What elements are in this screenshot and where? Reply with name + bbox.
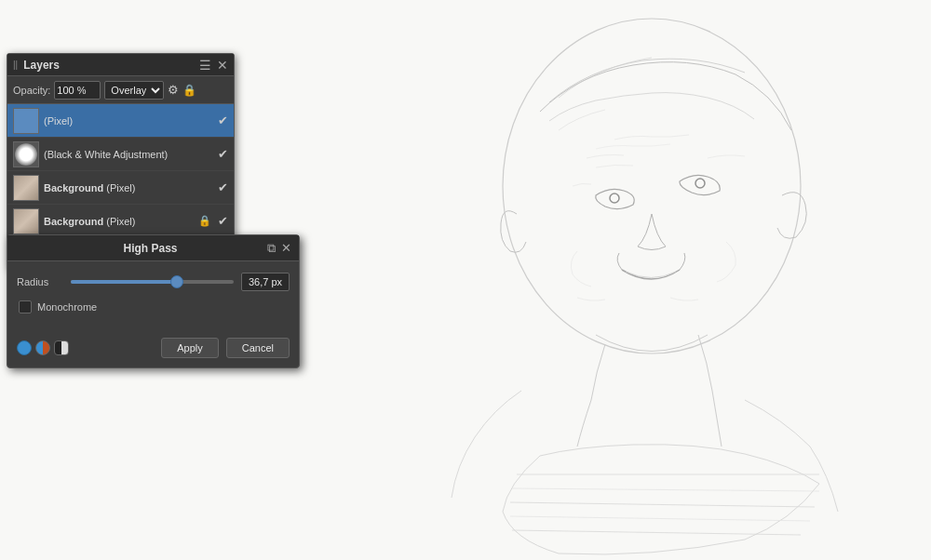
panel-menu-icon[interactable]: ☰ bbox=[199, 58, 211, 73]
layer-lock-icon[interactable]: 🔒 bbox=[182, 84, 196, 97]
layer-row[interactable]: (Pixel) ✔ bbox=[7, 104, 234, 138]
layer-row[interactable]: Background (Pixel) 🔒 ✔ bbox=[7, 205, 234, 238]
layer-visibility-check[interactable]: ✔ bbox=[218, 113, 228, 127]
highpass-dialog-title: High Pass bbox=[34, 242, 267, 255]
layer-settings-icon[interactable]: ⚙ bbox=[168, 83, 179, 97]
radius-slider-container[interactable] bbox=[71, 274, 234, 289]
layers-panel-title: Layers bbox=[23, 59, 199, 72]
highpass-footer: Apply Cancel bbox=[7, 332, 299, 367]
layer-lock-badge: 🔒 bbox=[198, 215, 211, 227]
layers-toolbar: Opacity: Overlay Normal Multiply Screen … bbox=[7, 76, 234, 104]
layer-thumbnail bbox=[13, 108, 39, 134]
layer-thumbnail bbox=[13, 208, 39, 234]
cancel-button[interactable]: Cancel bbox=[226, 338, 290, 358]
radius-value[interactable]: 36,7 px bbox=[241, 273, 290, 291]
radius-label: Radius bbox=[17, 276, 63, 287]
monochrome-checkbox[interactable] bbox=[19, 300, 32, 313]
blend-mode-select[interactable]: Overlay Normal Multiply Screen bbox=[104, 81, 164, 100]
monochrome-row: Monochrome bbox=[17, 300, 290, 313]
layer-name: (Pixel) bbox=[44, 115, 213, 127]
layer-visibility-check[interactable]: ✔ bbox=[218, 147, 228, 161]
dialog-buttons: Apply Cancel bbox=[161, 338, 290, 358]
dialog-expand-icon[interactable]: ⧉ bbox=[267, 241, 276, 256]
highpass-dialog: High Pass ⧉ ✕ Radius 36,7 px Monochrome bbox=[7, 234, 300, 368]
color-bw-icon[interactable] bbox=[54, 340, 69, 355]
monochrome-label: Monochrome bbox=[37, 301, 97, 313]
dialog-close-icon[interactable]: ✕ bbox=[281, 241, 291, 255]
slider-thumb[interactable] bbox=[170, 275, 183, 288]
opacity-input[interactable] bbox=[54, 81, 101, 100]
layer-row[interactable]: (Black & White Adjustment) ✔ bbox=[7, 138, 234, 171]
slider-track bbox=[71, 280, 234, 284]
layer-name: (Black & White Adjustment) bbox=[44, 149, 213, 160]
color-options bbox=[17, 340, 69, 355]
layer-visibility-check[interactable]: ✔ bbox=[218, 180, 228, 194]
layer-row[interactable]: Background (Pixel) ✔ bbox=[7, 171, 234, 205]
layer-visibility-check[interactable]: ✔ bbox=[218, 214, 228, 228]
color-blue-icon[interactable] bbox=[17, 340, 32, 355]
layer-thumbnail bbox=[13, 175, 39, 201]
apply-button[interactable]: Apply bbox=[161, 338, 219, 358]
slider-fill bbox=[71, 280, 177, 284]
panel-grip-icon: || bbox=[13, 60, 18, 70]
highpass-titlebar: High Pass ⧉ ✕ bbox=[7, 235, 299, 261]
panel-close-icon[interactable]: ✕ bbox=[217, 58, 228, 73]
layer-thumbnail bbox=[13, 141, 39, 167]
highpass-body: Radius 36,7 px Monochrome bbox=[7, 261, 299, 332]
color-half-icon[interactable] bbox=[35, 340, 50, 355]
opacity-label: Opacity: bbox=[13, 85, 50, 96]
layer-name: Background (Pixel) bbox=[44, 182, 213, 193]
radius-row: Radius 36,7 px bbox=[17, 273, 290, 291]
layers-titlebar: || Layers ☰ ✕ bbox=[7, 54, 234, 76]
layer-name: Background (Pixel) bbox=[44, 216, 194, 227]
